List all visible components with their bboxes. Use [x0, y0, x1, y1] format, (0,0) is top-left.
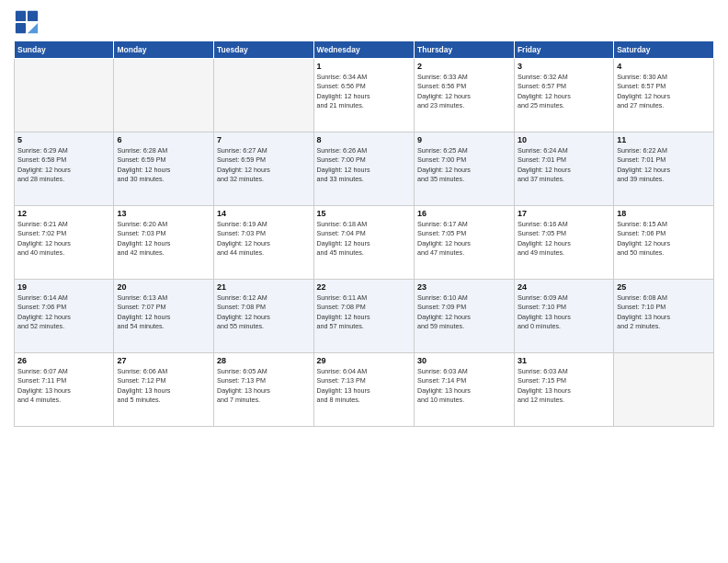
calendar-day-cell: 8Sunrise: 6:26 AM Sunset: 7:00 PM Daylig…	[313, 132, 414, 206]
day-number: 29	[317, 356, 411, 365]
day-number: 3	[518, 62, 610, 71]
day-number: 23	[417, 282, 511, 292]
day-info: Sunrise: 6:18 AM Sunset: 7:04 PM Dayligh…	[317, 220, 411, 259]
day-number: 15	[317, 209, 411, 218]
day-info: Sunrise: 6:26 AM Sunset: 7:00 PM Dayligh…	[317, 146, 411, 185]
calendar-day-cell: 11Sunrise: 6:22 AM Sunset: 7:01 PM Dayli…	[614, 132, 714, 206]
day-number: 6	[117, 135, 210, 144]
calendar-day-cell	[614, 353, 714, 427]
day-info: Sunrise: 6:32 AM Sunset: 6:57 PM Dayligh…	[518, 73, 610, 111]
day-info: Sunrise: 6:25 AM Sunset: 7:00 PM Dayligh…	[417, 146, 511, 185]
day-number: 22	[317, 282, 411, 292]
calendar-day-cell: 16Sunrise: 6:17 AM Sunset: 7:05 PM Dayli…	[415, 206, 515, 280]
calendar-day-cell: 3Sunrise: 6:32 AM Sunset: 6:57 PM Daylig…	[514, 59, 613, 132]
calendar-day-cell: 4Sunrise: 6:30 AM Sunset: 6:57 PM Daylig…	[614, 59, 714, 132]
logo-icon	[14, 9, 40, 35]
weekday-header-row: SundayMondayTuesdayWednesdayThursdayFrid…	[15, 41, 714, 59]
calendar-day-cell: 30Sunrise: 6:03 AM Sunset: 7:14 PM Dayli…	[415, 353, 515, 427]
day-number: 25	[617, 282, 711, 292]
calendar-week-row: 26Sunrise: 6:07 AM Sunset: 7:11 PM Dayli…	[15, 353, 714, 427]
weekday-header: Tuesday	[213, 41, 313, 59]
calendar-week-row: 12Sunrise: 6:21 AM Sunset: 7:02 PM Dayli…	[15, 206, 714, 280]
day-number: 11	[617, 135, 711, 144]
calendar-day-cell: 24Sunrise: 6:09 AM Sunset: 7:10 PM Dayli…	[514, 280, 613, 353]
calendar-day-cell: 5Sunrise: 6:29 AM Sunset: 6:58 PM Daylig…	[15, 132, 114, 206]
day-info: Sunrise: 6:12 AM Sunset: 7:08 PM Dayligh…	[217, 293, 311, 332]
calendar-day-cell: 12Sunrise: 6:21 AM Sunset: 7:02 PM Dayli…	[15, 206, 114, 280]
calendar-day-cell: 19Sunrise: 6:14 AM Sunset: 7:06 PM Dayli…	[15, 280, 114, 353]
day-info: Sunrise: 6:21 AM Sunset: 7:02 PM Dayligh…	[17, 220, 110, 259]
day-info: Sunrise: 6:07 AM Sunset: 7:11 PM Dayligh…	[17, 367, 110, 406]
day-info: Sunrise: 6:11 AM Sunset: 7:08 PM Dayligh…	[317, 293, 411, 332]
day-info: Sunrise: 6:16 AM Sunset: 7:05 PM Dayligh…	[518, 220, 610, 259]
day-info: Sunrise: 6:28 AM Sunset: 6:59 PM Dayligh…	[117, 146, 210, 185]
day-info: Sunrise: 6:20 AM Sunset: 7:03 PM Dayligh…	[117, 220, 210, 259]
calendar-day-cell: 29Sunrise: 6:04 AM Sunset: 7:13 PM Dayli…	[313, 353, 414, 427]
weekday-header: Friday	[514, 41, 613, 59]
svg-rect-1	[28, 11, 38, 21]
weekday-header: Saturday	[614, 41, 714, 59]
day-info: Sunrise: 6:06 AM Sunset: 7:12 PM Dayligh…	[117, 367, 210, 406]
calendar-day-cell: 14Sunrise: 6:19 AM Sunset: 7:03 PM Dayli…	[213, 206, 313, 280]
day-info: Sunrise: 6:27 AM Sunset: 6:59 PM Dayligh…	[217, 146, 311, 185]
calendar-day-cell: 15Sunrise: 6:18 AM Sunset: 7:04 PM Dayli…	[313, 206, 414, 280]
day-number: 28	[217, 356, 311, 365]
calendar-week-row: 1Sunrise: 6:34 AM Sunset: 6:56 PM Daylig…	[15, 59, 714, 132]
day-number: 9	[417, 135, 511, 144]
day-number: 17	[518, 209, 610, 218]
day-number: 13	[117, 209, 210, 218]
day-number: 2	[417, 62, 511, 71]
calendar-week-row: 19Sunrise: 6:14 AM Sunset: 7:06 PM Dayli…	[15, 280, 714, 353]
svg-rect-2	[16, 23, 26, 33]
day-info: Sunrise: 6:03 AM Sunset: 7:14 PM Dayligh…	[417, 367, 511, 406]
weekday-header: Thursday	[415, 41, 515, 59]
calendar-day-cell: 27Sunrise: 6:06 AM Sunset: 7:12 PM Dayli…	[114, 353, 214, 427]
day-number: 4	[617, 62, 711, 71]
day-number: 8	[317, 135, 411, 144]
calendar-day-cell: 28Sunrise: 6:05 AM Sunset: 7:13 PM Dayli…	[213, 353, 313, 427]
header	[14, 9, 714, 35]
day-number: 21	[217, 282, 311, 292]
day-info: Sunrise: 6:08 AM Sunset: 7:10 PM Dayligh…	[617, 293, 711, 332]
calendar-day-cell: 9Sunrise: 6:25 AM Sunset: 7:00 PM Daylig…	[415, 132, 515, 206]
day-info: Sunrise: 6:30 AM Sunset: 6:57 PM Dayligh…	[617, 73, 711, 111]
day-number: 7	[217, 135, 311, 144]
day-number: 12	[17, 209, 110, 218]
day-info: Sunrise: 6:04 AM Sunset: 7:13 PM Dayligh…	[317, 367, 411, 406]
calendar-day-cell	[15, 59, 114, 132]
day-info: Sunrise: 6:14 AM Sunset: 7:06 PM Dayligh…	[17, 293, 110, 332]
day-number: 24	[518, 282, 610, 292]
day-number: 30	[417, 356, 511, 365]
day-info: Sunrise: 6:17 AM Sunset: 7:05 PM Dayligh…	[417, 220, 511, 259]
day-info: Sunrise: 6:05 AM Sunset: 7:13 PM Dayligh…	[217, 367, 311, 406]
page: SundayMondayTuesdayWednesdayThursdayFrid…	[0, 0, 728, 563]
day-info: Sunrise: 6:33 AM Sunset: 6:56 PM Dayligh…	[417, 73, 511, 111]
day-info: Sunrise: 6:13 AM Sunset: 7:07 PM Dayligh…	[117, 293, 210, 332]
calendar-day-cell: 17Sunrise: 6:16 AM Sunset: 7:05 PM Dayli…	[514, 206, 613, 280]
calendar-week-row: 5Sunrise: 6:29 AM Sunset: 6:58 PM Daylig…	[15, 132, 714, 206]
calendar-table: SundayMondayTuesdayWednesdayThursdayFrid…	[14, 40, 714, 427]
day-info: Sunrise: 6:24 AM Sunset: 7:01 PM Dayligh…	[518, 146, 610, 185]
svg-rect-0	[16, 11, 26, 21]
calendar-day-cell: 21Sunrise: 6:12 AM Sunset: 7:08 PM Dayli…	[213, 280, 313, 353]
day-number: 14	[217, 209, 311, 218]
day-number: 18	[617, 209, 711, 218]
day-info: Sunrise: 6:22 AM Sunset: 7:01 PM Dayligh…	[617, 146, 711, 185]
day-number: 20	[117, 282, 210, 292]
day-number: 5	[17, 135, 110, 144]
calendar-day-cell: 10Sunrise: 6:24 AM Sunset: 7:01 PM Dayli…	[514, 132, 613, 206]
calendar-day-cell: 18Sunrise: 6:15 AM Sunset: 7:06 PM Dayli…	[614, 206, 714, 280]
calendar-day-cell: 2Sunrise: 6:33 AM Sunset: 6:56 PM Daylig…	[415, 59, 515, 132]
day-info: Sunrise: 6:09 AM Sunset: 7:10 PM Dayligh…	[518, 293, 610, 332]
calendar-day-cell	[213, 59, 313, 132]
day-number: 31	[518, 356, 610, 365]
day-info: Sunrise: 6:34 AM Sunset: 6:56 PM Dayligh…	[317, 73, 411, 111]
day-number: 1	[317, 62, 411, 71]
day-info: Sunrise: 6:29 AM Sunset: 6:58 PM Dayligh…	[17, 146, 110, 185]
calendar-day-cell: 13Sunrise: 6:20 AM Sunset: 7:03 PM Dayli…	[114, 206, 214, 280]
day-number: 16	[417, 209, 511, 218]
calendar-day-cell: 22Sunrise: 6:11 AM Sunset: 7:08 PM Dayli…	[313, 280, 414, 353]
day-number: 27	[117, 356, 210, 365]
weekday-header: Wednesday	[313, 41, 414, 59]
day-info: Sunrise: 6:15 AM Sunset: 7:06 PM Dayligh…	[617, 220, 711, 259]
